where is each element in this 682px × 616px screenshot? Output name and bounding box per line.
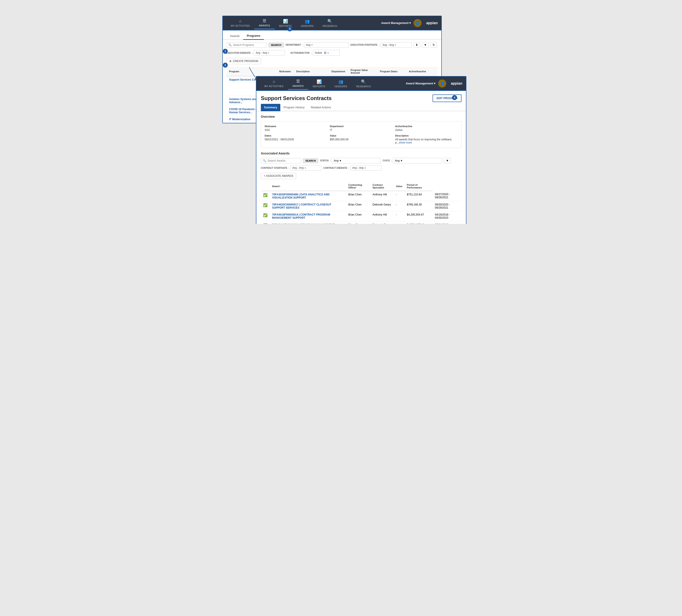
col-description: Description — [294, 67, 329, 76]
list-item: ✅ 70FA5018F00000014 | CONTRACT PROGRAM M… — [261, 211, 461, 221]
dash-cell: - — [394, 201, 405, 211]
exec-end-select[interactable]: Any - Any ▾ — [254, 50, 285, 55]
awards-filter-icon[interactable]: ▼ — [444, 158, 451, 163]
fg-nav-reports[interactable]: 📊 REPORTS — [308, 77, 330, 90]
fg-top-nav: ⌂ MY ACTIVITIES ☰ AWARDS 📊 REPORTS 👥 VEN… — [256, 76, 466, 91]
table-header-row: Program Nickname Description Department … — [226, 67, 438, 76]
step-badge-3: 3 — [287, 26, 292, 31]
search-programs-box[interactable]: 🔍 — [226, 42, 267, 48]
awards-col-officer: Contracting Officer — [346, 182, 370, 191]
value-field: Value $95,000,000.00 — [330, 134, 392, 144]
fg-nav-research[interactable]: 🔍 RESEARCH — [352, 77, 375, 90]
dept-select[interactable]: Any ▾ — [304, 42, 349, 48]
overview-section: Overview Nickname SSC Department IT Acti… — [256, 111, 466, 152]
fg-nav-vendors[interactable]: 👥 VENDORS — [330, 77, 352, 90]
award-link[interactable]: 70FA4020C00000017 | CONTRACT CLOSEOUT SU… — [272, 203, 332, 209]
award-link[interactable]: 70FA3020F00000498 | DATA ANALYTICS AND V… — [272, 193, 329, 199]
fg-nav-awards[interactable]: ☰ AWARDS — [288, 77, 308, 90]
tab-program-history[interactable]: Program History — [280, 104, 308, 111]
program-link[interactable]: IT Modernization — [229, 118, 250, 121]
award-link-cell: 70FA3020F00000498 | DATA ANALYTICS AND V… — [270, 191, 346, 201]
specialist-cell: Anthony Hill — [370, 191, 394, 201]
awards-header-row: Award ↑ Contracting Officer Contract Spe… — [261, 182, 461, 191]
active-filter-group: ACTIVE/INACTIVE | Active ⚙ ▾ — [290, 50, 340, 56]
contract-start-value: Any - Any — [292, 166, 303, 169]
search-programs-button[interactable]: SEARCH — [269, 43, 284, 47]
tab-related-actions[interactable]: Related Actions — [308, 104, 334, 111]
list-item: ✅ 70FA3020F00000498 | DATA ANALYTICS AND… — [261, 191, 461, 201]
search-awards-box[interactable]: 🔍 — [261, 158, 301, 163]
fg-award-management[interactable]: Award Management ▾ — [406, 82, 435, 85]
nav-awards[interactable]: ☰ AWARDS — [254, 17, 274, 29]
contract-start-select[interactable]: Any - Any ▾ — [290, 165, 321, 170]
awards-icon: ☰ — [263, 18, 267, 23]
filter-icon[interactable]: ▼ — [422, 42, 429, 48]
exec-start-select[interactable]: Any - Any ▾ — [380, 42, 412, 48]
tab-summary[interactable]: Summary — [261, 104, 280, 111]
tab-programs[interactable]: Programs — [243, 32, 264, 40]
dash-cell: - — [394, 221, 405, 224]
active-select[interactable]: Active ⚙ ▾ — [313, 50, 340, 56]
col-dates: Program Dates — [377, 67, 406, 76]
awards-table: Award ↑ Contracting Officer Contract Spe… — [261, 182, 461, 224]
check-icon: ✅ — [263, 203, 268, 207]
award-management[interactable]: Award Management ▾ — [381, 21, 411, 25]
detail-header: Support Services Contracts EDIT PROGRAM — [256, 91, 466, 102]
cocs-select[interactable]: Any ▾ — [393, 158, 442, 163]
overview-title: Overview — [261, 115, 461, 118]
refresh-icon[interactable]: ↻ — [431, 42, 437, 48]
value-cell: $751,210.84 — [405, 191, 433, 201]
overview-grid: Nickname SSC Department IT Active/Inacti… — [261, 121, 461, 148]
fg-nav-my-activities[interactable]: ⌂ MY ACTIVITIES — [260, 77, 288, 89]
active-inactive-label: Active/Inactive — [395, 125, 458, 128]
nav-vendors[interactable]: 👥 VENDORS — [296, 17, 318, 29]
nav-my-activities[interactable]: ⌂ MY ACTIVITIES — [226, 17, 254, 29]
tab-awards[interactable]: Awards — [226, 32, 243, 40]
active-inactive-field: Active/Inactive Active — [395, 125, 458, 132]
active-chevron-icon: ▾ — [327, 52, 329, 54]
cocs-filter-group: CO/CS | Any ▾ — [383, 158, 442, 163]
step-badge-2: 2 — [223, 63, 228, 68]
awards-col-award: Award ↑ — [270, 182, 346, 191]
award-link[interactable]: 70FA5018F00000066 | PROGRAM MANAGEMENT S… — [272, 223, 335, 224]
award-link[interactable]: 70FA5018F00000014 | CONTRACT PROGRAM MAN… — [272, 213, 330, 219]
col-actions — [429, 67, 438, 76]
search-awards-button[interactable]: SEARCH — [303, 158, 318, 163]
nickname-field: Nickname SSC — [265, 125, 327, 132]
awards-col-value: Value — [394, 182, 405, 191]
check-icon: ✅ — [263, 223, 268, 224]
department-value: IT — [330, 129, 392, 132]
show-more-link[interactable]: show more — [399, 141, 412, 144]
fg-home-icon: ⌂ — [273, 79, 275, 84]
nav-reports[interactable]: 📊 REPORTS — [275, 17, 296, 29]
nav-right: Award Management ▾ 👤 appian — [381, 19, 438, 27]
dash-cell: - — [394, 211, 405, 221]
officer-cell: Brian Chen — [346, 211, 370, 221]
download-icon[interactable]: ⬇ — [413, 42, 420, 48]
edit-program-button[interactable]: EDIT PROGRAM — [433, 94, 461, 102]
create-program-button[interactable]: ⊕ CREATE PROGRAM — [226, 58, 261, 64]
check-icon: ✅ — [263, 213, 268, 217]
bg-top-nav: ⌂ MY ACTIVITIES ☰ AWARDS 📊 REPORTS 👥 VEN… — [223, 16, 441, 30]
nav-research[interactable]: 🔍 RESEARCH — [318, 17, 342, 29]
award-link-cell: 70FA4020C00000017 | CONTRACT CLOSEOUT SU… — [270, 201, 346, 211]
associate-awards-button[interactable]: + ASSOCIATE AWARDS — [261, 173, 296, 179]
exec-start-filter-group: EXECUTION STARTDATE | Any - Any ▾ — [350, 42, 412, 48]
contract-end-select[interactable]: Any - Any ▾ — [350, 165, 382, 170]
nickname-value: SSC — [265, 129, 327, 132]
associated-awards-section: Associated Awards 🔍 SEARCH STATUS | Any … — [256, 152, 466, 224]
contract-end-filter-group: CONTRACT ENDDATE | Any - Any ▾ — [323, 165, 382, 170]
fg-nav-right: Award Management ▾ 👤 appian — [406, 79, 462, 88]
nav-items: ⌂ MY ACTIVITIES ☰ AWARDS 📊 REPORTS 👥 VEN… — [226, 17, 381, 29]
status-select[interactable]: Any ▾ — [332, 158, 381, 163]
exec-start-chevron-icon: ▾ — [395, 44, 396, 46]
department-label: Department — [330, 125, 392, 128]
search-programs-input[interactable] — [233, 43, 262, 47]
detail-title: Support Services Contracts — [261, 95, 332, 101]
col-program: Program — [226, 67, 276, 76]
status-value: Any — [334, 159, 339, 162]
awards-filters-row1: 🔍 SEARCH STATUS | Any ▾ CO/CS | A — [261, 158, 461, 163]
dates-field: Dates 06/01/2021 - 06/01/2026 — [265, 134, 327, 144]
search-awards-input[interactable] — [268, 159, 297, 162]
step-badge-4: 4 — [452, 95, 457, 100]
